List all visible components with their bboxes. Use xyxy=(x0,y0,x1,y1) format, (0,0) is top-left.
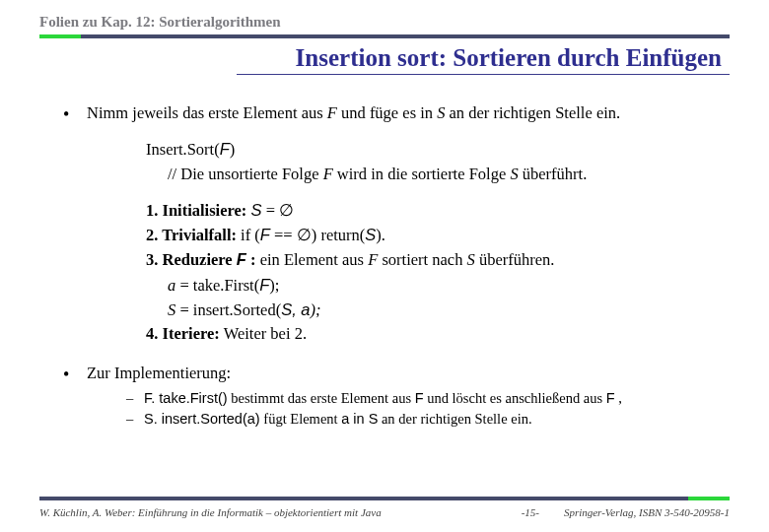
bottom-rule xyxy=(39,497,730,500)
algo-comment: // Die unsortierte Folge F wird in die s… xyxy=(168,164,722,185)
impl-list: F. take.First() bestimmt das erste Eleme… xyxy=(126,389,722,430)
slide-title: Insertion sort: Sortieren durch Einfügen xyxy=(39,44,730,72)
impl-item-takefirst: F. take.First() bestimmt das erste Eleme… xyxy=(126,389,722,409)
slide-content: Nimm jeweils das erste Element aus F und… xyxy=(0,75,769,430)
algorithm-block: Insert.Sort(F) // Die unsortierte Folge … xyxy=(146,138,722,345)
algo-signature: Insert.Sort(F) xyxy=(146,138,722,161)
top-rule xyxy=(39,34,730,38)
algo-step-3b: S = insert.Sorted(S, a); xyxy=(168,299,722,321)
footer-publisher: Springer-Verlag, ISBN 3-540-20958-1 xyxy=(552,506,730,518)
slide-header: Folien zu Kap. 12: Sortieralgorithmen In… xyxy=(0,0,769,75)
impl-heading: Zur Implementierung: xyxy=(87,364,231,382)
algo-step-4: 4. Iteriere: Weiter bei 2. xyxy=(146,323,722,345)
footer-authors: W. Küchlin, A. Weber: Einführung in die … xyxy=(39,506,509,518)
impl-item-insertsorted: S. insert.Sorted(a) fügt Element a in S … xyxy=(126,410,722,430)
algo-step-2: 2. Trivialfall: if (F == ∅) return(S). xyxy=(146,224,722,246)
algo-step-3a: a = take.First(F); xyxy=(168,274,722,297)
bullet-implementation: Zur Implementierung: F. take.First() bes… xyxy=(59,363,722,429)
slide-footer: W. Küchlin, A. Weber: Einführung in die … xyxy=(39,497,730,518)
bullet1-text: Nimm jeweils das erste Element aus F und… xyxy=(87,103,620,122)
footer-page-number: -15- xyxy=(509,506,552,518)
algo-step-3: 3. Reduziere F : ein Element aus F sorti… xyxy=(146,248,722,271)
algo-step-1: 1. Initialisiere: S = ∅ xyxy=(146,199,722,222)
chapter-label: Folien zu Kap. 12: Sortieralgorithmen xyxy=(39,14,730,31)
bullet-main: Nimm jeweils das erste Element aus F und… xyxy=(59,102,722,345)
